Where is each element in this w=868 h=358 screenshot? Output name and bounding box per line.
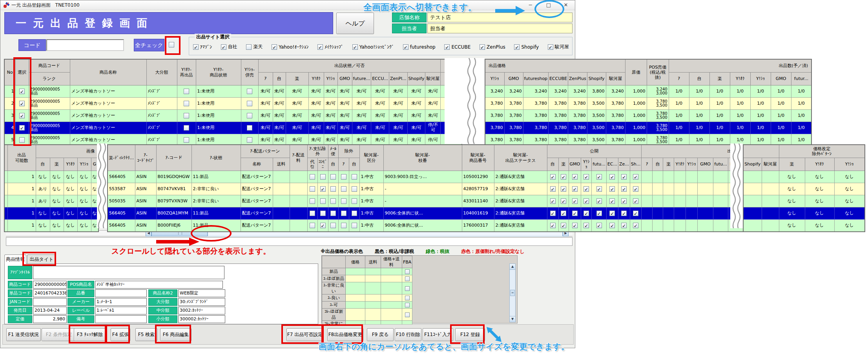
- annotation-box-title-tab: [22, 252, 56, 266]
- field-value[interactable]: ﾒﾝｽﾞ半袖ｶｯﾄｿｰ: [95, 281, 223, 289]
- field-value[interactable]: 240167042338: [33, 289, 67, 297]
- table-row[interactable]: 566405ASINB019GDQHGW11:新品配送パターン71:中古9003…: [108, 171, 744, 183]
- form-column-right: 商品名称2WEB限定大分類30:ﾒﾝｽﾞﾌﾞﾗﾝﾄﾞ中分類3002:ｶｯﾄｿｰ小…: [148, 289, 227, 323]
- table-row[interactable]: 1ありなしなしなしな: [4, 195, 98, 207]
- field-label: 単品コード: [8, 289, 32, 297]
- site-checkbox-駿河屋[interactable]: ✓駿河屋: [548, 44, 569, 50]
- field-value[interactable]: 300002:ｶｯﾄｿｰ: [178, 315, 225, 323]
- cell-checkbox: [320, 211, 326, 216]
- store-name-label: 店舗名称: [392, 13, 427, 22]
- site-checkbox-ｱﾏｿﾞﾝ[interactable]: ✓ｱﾏｿﾞﾝ: [193, 44, 212, 50]
- cell-checkbox: ✓: [633, 174, 638, 180]
- site-checkbox-ECCUBE[interactable]: ✓ECCUBE: [444, 44, 470, 50]
- table-row[interactable]: 3✓290000000005 新品メンズ半袖カットソーﾒﾝｽﾞﾌﾞ1:未使用未/…: [4, 110, 462, 122]
- table-row[interactable]: なしなしなし: [743, 207, 865, 220]
- cell-checkbox: ✓: [621, 223, 627, 228]
- cell-checkbox: [352, 186, 357, 192]
- site-checkbox-Yahoo!ｼｮｯﾋﾟﾝｸﾞ[interactable]: ✓Yahoo!ｼｮｯﾋﾟﾝｸﾞ: [352, 44, 394, 50]
- site-checkbox-Shopify[interactable]: ✓Shopify: [514, 44, 539, 50]
- field-value[interactable]: [33, 298, 67, 306]
- table-row[interactable]: 505035ASINB079TVXN3W2:非常に良い配送パターン71:中古-4…: [108, 195, 744, 207]
- field-value[interactable]: 2,980: [33, 315, 67, 323]
- field-label: 商品コード: [8, 281, 32, 289]
- fba-checkbox: [405, 276, 410, 281]
- status-text-bar: [6, 237, 573, 246]
- field-value[interactable]: WEB限定: [178, 289, 225, 297]
- table-row[interactable]: 3,7803,7803,7803,7803,7803,5003,7801,000…: [485, 122, 811, 134]
- person-field[interactable]: 担当者: [427, 24, 573, 33]
- cell-checkbox: [330, 186, 336, 192]
- scroll-up-button[interactable]: ▲: [510, 264, 515, 270]
- site-checkbox-Yahoo!ｵｰｸｼｮﾝ[interactable]: ✓Yahoo!ｵｰｸｼｮﾝ: [272, 44, 308, 50]
- code-input[interactable]: [46, 39, 124, 51]
- table-row[interactable]: なしなしなし: [743, 195, 865, 207]
- field-value[interactable]: 30:ﾒﾝｽﾞﾌﾞﾗﾝﾄﾞ: [178, 298, 225, 306]
- table-row[interactable]: 1✓290000000005 新品メンズ半袖カットソーﾒﾝｽﾞﾌﾞ1:未使用未/…: [4, 85, 462, 98]
- table-row[interactable]: なしなしなし: [743, 220, 865, 232]
- f5-button[interactable]: F5 検索: [135, 328, 157, 341]
- site-checkbox-ﾒｲｸｼｮｯﾌﾟ[interactable]: ✓ﾒｲｸｼｮｯﾌﾟ: [317, 44, 343, 50]
- cell-checkbox: ✓: [609, 174, 615, 180]
- table-row[interactable]: 3,7803,7803,7803,7803,7803,5003,7801,000…: [485, 98, 811, 110]
- cell-checkbox: [184, 137, 189, 143]
- table-row[interactable]: 1なしなしなしなしな: [4, 207, 98, 220]
- cell-checkbox: ✓: [561, 186, 566, 192]
- field-value[interactable]: 3002:ｶｯﾄｿｰ: [178, 307, 225, 314]
- site-checkbox-ZenPlus[interactable]: ✓ZenPlus: [480, 44, 505, 50]
- annotation-resize-text: 画面右下の角にカーソルをあてると、画面サイズを変更できます。: [319, 341, 569, 352]
- field-label: 定価: [8, 315, 32, 323]
- field-value[interactable]: 1:ﾒｰｶｰ1: [95, 298, 147, 306]
- site-checkbox-自社[interactable]: ✓自社: [221, 44, 237, 50]
- help-button[interactable]: ヘルプ: [336, 13, 374, 34]
- hidden-columns-separator-3: [730, 144, 743, 228]
- cell-checkbox: [247, 125, 252, 131]
- detail-table-left: 出品 可能数画像自楽Y!ｵｸY!ｼｮG1なしなしなしなしな1ありなしなしなしな1…: [4, 144, 99, 232]
- f11-button[interactable]: F11ｺｰﾄﾞ入力: [423, 328, 453, 341]
- field-value[interactable]: 2013-04-24: [33, 307, 67, 314]
- vertical-scrollbar-thumb[interactable]: ≡: [510, 290, 515, 296]
- cell-checkbox: ✓: [572, 186, 578, 192]
- table-row[interactable]: 1ありなしなしなしな: [4, 183, 98, 195]
- site-checkbox-futureshop[interactable]: ✓futureshop: [403, 44, 436, 50]
- cell-checkbox: [310, 211, 315, 216]
- price-table-row: ﾕ-非常に良い: [322, 282, 412, 294]
- amazon-title-field[interactable]: [33, 266, 224, 279]
- scroll-down-button[interactable]: ▼: [510, 316, 515, 322]
- table-row[interactable]: 3,2403,2403,2403,2403,2403,8003,2401,000…: [485, 85, 811, 98]
- form-field-大分類: 大分類30:ﾒﾝｽﾞﾌﾞﾗﾝﾄﾞ: [148, 298, 227, 306]
- blue-arrow-icon: [495, 5, 525, 16]
- check-all-button[interactable]: 全チェック: [134, 39, 164, 51]
- legend-black: 黒色：税込/非課税: [375, 248, 414, 255]
- page-title-banner: 一元出品登録画面: [4, 12, 333, 34]
- cell-checkbox: ✓: [561, 211, 566, 216]
- site-checkbox-楽天[interactable]: 楽天: [246, 44, 263, 50]
- table-row[interactable]: なしなしなし: [743, 171, 865, 183]
- f9-button[interactable]: F9 戻る: [367, 328, 394, 341]
- field-value[interactable]: 290000000005: [33, 281, 67, 289]
- cell-checkbox: ✓: [572, 198, 578, 204]
- table-row[interactable]: 566405ASINB00ZQA1MYM11:新品配送パターン71:中古9006…: [108, 207, 744, 220]
- table-row[interactable]: 4✓290000000005 新品メンズ半袖カットソーﾒﾝｽﾞﾌﾞ1:未使用未/…: [4, 122, 462, 134]
- legend-green: 緑色：税抜: [426, 248, 449, 255]
- table-row[interactable]: 2✓290000000005 新品メンズ半袖カットソーﾒﾝｽﾞﾌﾞ1:未使用未/…: [4, 98, 462, 110]
- cell-checkbox: ✓: [609, 198, 615, 204]
- table-row[interactable]: 553587ASINB0747VKV812:非常に良い配送パターン7✓1:中古-…: [108, 183, 744, 195]
- field-label: JANコード: [8, 298, 32, 306]
- table-header-row: Shopify駿河屋楽Y!ｵｸY!ｼｮ: [743, 158, 865, 171]
- f10-button[interactable]: F10 行削除: [395, 328, 421, 341]
- field-value[interactable]: 1:ﾚｰﾍﾞﾙ1: [95, 307, 147, 314]
- field-value[interactable]: [95, 289, 147, 297]
- field-label: 発売日: [8, 307, 32, 314]
- table-row[interactable]: なしなしなし: [743, 183, 865, 195]
- cell-checkbox: [184, 101, 189, 106]
- price-table-row: ﾕ-可: [322, 302, 412, 309]
- vertical-scrollbar[interactable]: ▲ ≡ ▼: [509, 264, 516, 322]
- field-value[interactable]: [95, 315, 147, 323]
- f1-button[interactable]: F1 送受信状況: [6, 328, 41, 341]
- table-row[interactable]: 1なしなしなしなしな: [4, 220, 98, 232]
- table-row[interactable]: 3,7803,7803,7803,7803,7803,5003,7801,000…: [485, 110, 811, 122]
- cell-checkbox: ✓: [621, 174, 627, 180]
- field-label: 小分類: [148, 315, 177, 323]
- table-row[interactable]: 1なしなしなしなしな: [4, 171, 98, 183]
- cell-checkbox: ✓: [561, 198, 566, 204]
